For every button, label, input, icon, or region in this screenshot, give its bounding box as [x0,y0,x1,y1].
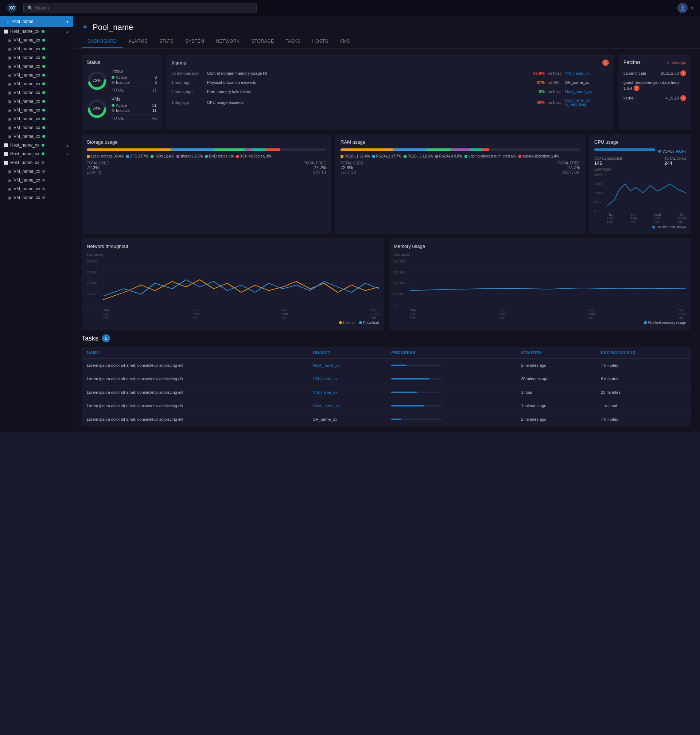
sidebar-item-vm-11[interactable]: ▣VM_name_xx [0,123,73,132]
sidebar-item-vm-10[interactable]: ▣VM_name_xx [0,115,73,123]
ram-free: TOTAL FREE 27,7% 580,93 GB [558,161,580,174]
alarm-msg-3: Free memory falls below [207,89,524,94]
hosts-total-row: TOTAL 11 [112,86,157,92]
main-content: ✦ Pool_name DASHBOARD ALARMS STATS SYSTE… [73,16,700,432]
sidebar-item-vm-13[interactable]: ▣VM_name_xx [0,167,73,176]
memory-legend: Stacked memory usage [394,321,686,325]
search-input[interactable] [35,6,253,10]
status-dot-gray [41,161,44,164]
alarm-on-4: on host [548,100,562,104]
sidebar-item-vm-5[interactable]: ▣VM_name_xx [0,71,73,79]
hosts-inactive-row: Inactive 3 [112,80,157,85]
cpu-chart-label: Last week [594,168,686,171]
tab-tasks[interactable]: TASKS [279,35,306,48]
status-dot-green [41,152,44,155]
alarm-row-3: 2 hours ago Free memory falls below 8% o… [171,87,609,96]
sidebar-item-vm-9[interactable]: ▣VM_name_xx [0,106,73,115]
task-name: Lorem ipsum dolor sit amet, consectetur … [82,413,308,426]
tab-vms[interactable]: VMs [334,35,356,48]
task-end: 1 second [596,399,691,413]
status-dot [42,91,45,94]
vm-icon: ▣ [8,169,11,173]
patch-badge-1: 1 [680,71,686,76]
vms-inactive-row: Inactive 11 [112,108,157,113]
vms-pct: 74% [93,106,101,111]
hosts-inactive-val: 3 [154,80,157,85]
sidebar-item-vm-7[interactable]: ▣VM_name_xx [0,88,73,97]
sidebar-item-vm-15[interactable]: ▣VM_name_xx [0,184,73,193]
patch-badge-3: 1 [680,95,686,101]
alarm-host-3[interactable]: Host_name_xx [565,89,609,94]
sidebar-item-host-1[interactable]: ⬜ Host_name_xx ▲ [0,27,73,36]
task-object[interactable]: VM_name_xx [308,386,386,399]
sidebar-item-vm-12[interactable]: ▣VM_name_xx [0,132,73,141]
alarm-row-4: 1 day ago CPU usage exceeds 80% on host … [171,96,609,109]
sidebar-item-vm-3[interactable]: ▣VM_name_xx [0,53,73,62]
sidebar-item-vm-16[interactable]: ▣VM_name_xx [0,193,73,202]
vm-icon: ▣ [8,65,11,69]
sidebar-host-label: Host_name_xx [10,151,40,156]
patches-header: Patches 3 missings [624,59,686,65]
tab-alarms[interactable]: ALARMS [123,35,153,48]
cpu-bar [594,148,655,151]
network-chart-container: 200 KB150 KB100 KB50 KB0 [87,260,379,307]
cpu-x-labels: Thu1:00PMSun7:00AMWed1:00AMThu10:00AM [607,213,686,224]
app-logo: XO [6,2,18,14]
tab-dashboard[interactable]: DASHBOARD [82,35,123,48]
alarm-row-2: 1 hour ago Physical utilization exceeds … [171,78,609,87]
task-progress [386,359,516,372]
alarm-row-1: 38 minutes ago Control domain memory usa… [171,69,609,78]
chevron-up-icon: ▲ [66,143,69,147]
task-progress [386,399,516,413]
task-object[interactable]: Host_name_xx [308,399,386,413]
network-legend: Upload Download [87,321,379,325]
sidebar-item-vm-2[interactable]: ▣VM_name_xx [0,44,73,53]
patch-ver-2: 1.9.4 [624,86,632,90]
vms-total-row: TOTAL 42 [112,114,157,120]
task-started: 1 minutes ago [516,399,596,413]
ram-title: RAM usage [341,139,580,145]
status-card: Status 73% Hosts [82,54,162,130]
chevron-down-icon: ▼ [691,6,694,10]
task-name: Lorem ipsum dolor sit amet, consectetur … [82,399,308,413]
sidebar-item-vm-8[interactable]: ▣VM_name_xx [0,97,73,106]
tab-hosts[interactable]: HOSTS [306,35,334,48]
sidebar-item-vm-14[interactable]: ▣VM_name_xx [0,176,73,184]
patch-name-1: ca-certificate [624,71,646,75]
hosts-inactive-label: Inactive [112,80,130,85]
hosts-total-val: 11 [152,88,157,92]
avatar[interactable]: 👤 [677,3,688,13]
sidebar-pool[interactable]: 👥 Pool_name ▼ [0,16,73,27]
cpu-chart-area: 200%150%100%50%0 [594,173,686,213]
tab-storage[interactable]: STORAGE [246,35,279,48]
sidebar-item-vm-4[interactable]: ▣VM_name_xx [0,62,73,71]
alarm-msg-1: Control domain memory usage hit [207,71,524,75]
page-title: Pool_name [93,23,133,32]
patch-ver-3: 4.19.19 [665,96,679,100]
task-progress [386,413,516,426]
chevron-down-icon: ▼ [66,20,69,24]
tab-system[interactable]: SYSTEM [179,35,210,48]
vm-icon: ▣ [8,56,11,60]
sidebar-item-vm-6[interactable]: ▣VM_name_xx [0,79,73,88]
sidebar-item-vm-1[interactable]: ▣VM_name_xx [0,36,73,44]
network-x-labels: Thu1:00PMSun7:00AMWed1:00AMThu10:00AM [103,309,379,319]
tasks-header: Tasks 5 [82,334,691,343]
alarm-host-4[interactable]: Host_name_ve ry_very_long [565,98,609,106]
topbar: XO 🔍 👤 ▼ [0,0,700,16]
patch-right-3: 4.19.19 1 [665,95,686,101]
legend-local-storage: Local storage 35.4% [87,154,124,158]
tab-network[interactable]: NETWORK [210,35,246,48]
search-box[interactable]: 🔍 [24,3,257,13]
task-object[interactable]: Host_name_xx [308,359,386,372]
task-started: 2 minutes ago [516,359,596,372]
alarm-host-1[interactable]: VM_name_xx [565,71,609,75]
task-object[interactable]: VM_name_xx [308,372,386,386]
legend-xcpng: XCP-ng Tools 6.1% [236,154,272,158]
vcpus-assigned: 146 [594,160,622,166]
sidebar-item-host-4[interactable]: ⬜ Host_name_xx [0,158,73,167]
tab-stats[interactable]: STATS [153,35,179,48]
pool-icon: 👥 [4,19,9,24]
sidebar-item-host-3[interactable]: ⬜ Host_name_xx ▲ [0,150,73,158]
sidebar-item-host-2[interactable]: ⬜ Host_name_xx ▲ [0,141,73,150]
